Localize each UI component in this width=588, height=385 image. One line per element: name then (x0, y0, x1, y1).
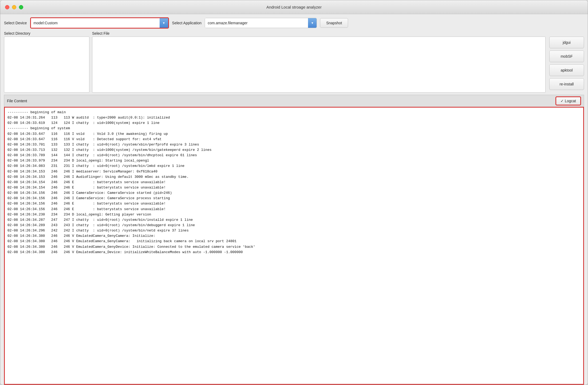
main-window: Android Local stroage analyzer Select De… (0, 0, 588, 385)
apktool-button[interactable]: apktool (549, 64, 584, 76)
file-section: Select File (92, 31, 546, 93)
right-buttons: jdgui mobSF apktool re-install (549, 31, 584, 90)
device-select-input[interactable] (31, 18, 160, 28)
directory-file-row: Select Directory Select File (4, 31, 546, 93)
maximize-button[interactable] (19, 5, 23, 9)
file-content-label: File Content (7, 99, 27, 103)
app-select-wrapper: ▼ (205, 18, 317, 28)
middle-panels: Select Directory Select File (4, 31, 546, 93)
close-button[interactable] (5, 5, 9, 9)
top-toolbar: Select Device ▼ Select Application ▼ Sna… (4, 17, 584, 29)
mobsf-button[interactable]: mobSF (549, 50, 584, 62)
chevron-down-icon: ▼ (162, 21, 165, 25)
logcat-button[interactable]: ✓ Logcat (555, 96, 581, 105)
select-directory-label: Select Directory (4, 31, 89, 36)
reinstall-button[interactable]: re-install (549, 78, 584, 90)
window-title: Android Local stroage analyzer (266, 5, 322, 9)
minimize-button[interactable] (12, 5, 16, 9)
app-select-arrow[interactable]: ▼ (308, 18, 317, 28)
select-device-label: Select Device (4, 21, 27, 25)
middle-section: Select Directory Select File jdgui mobSF… (4, 31, 584, 93)
app-select-input[interactable] (205, 18, 308, 28)
device-select-wrapper: ▼ (30, 17, 169, 29)
traffic-lights (5, 5, 23, 9)
device-select-arrow[interactable]: ▼ (160, 18, 168, 28)
select-file-label: Select File (92, 31, 546, 36)
file-content-bar: File Content ✓ Logcat (4, 95, 584, 107)
file-list[interactable] (92, 37, 546, 93)
directory-section: Select Directory (4, 31, 89, 93)
main-content: Select Device ▼ Select Application ▼ Sna… (0, 14, 588, 385)
bottom-section: ---------- beginning of main 02-08 14:26… (4, 107, 584, 385)
log-area[interactable]: ---------- beginning of main 02-08 14:26… (4, 107, 584, 385)
select-application-label: Select Application (172, 21, 202, 25)
snapshot-button[interactable]: Snapshot (320, 18, 348, 28)
titlebar: Android Local stroage analyzer (0, 0, 588, 14)
directory-list[interactable] (4, 37, 89, 93)
jdgui-button[interactable]: jdgui (549, 37, 584, 48)
chevron-down-icon: ▼ (311, 21, 314, 25)
